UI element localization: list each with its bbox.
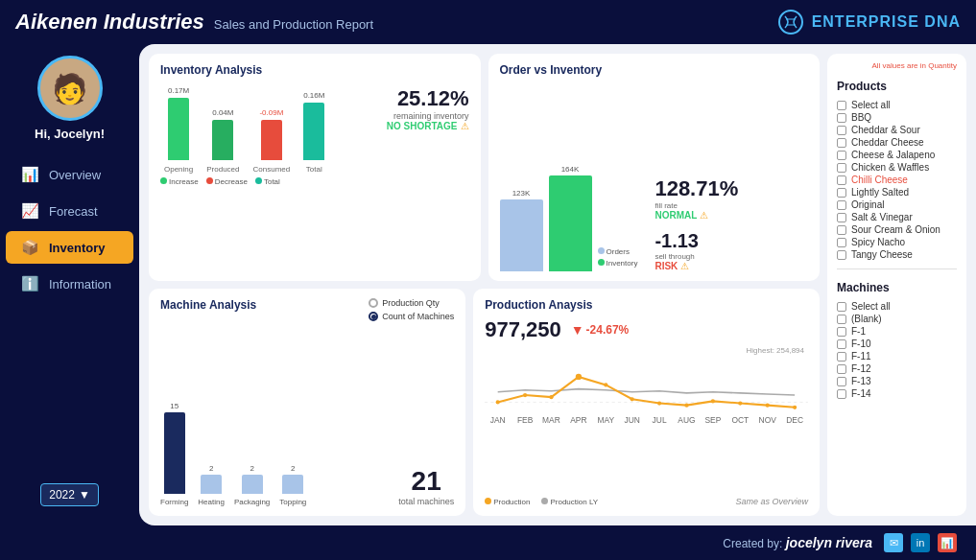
filter-item-cheddar-cheese[interactable]: Cheddar Cheese [837, 136, 957, 149]
filter-item-chilli-cheese[interactable]: Chilli Cheese [837, 174, 957, 186]
dropdown-arrow-icon: ▼ [79, 488, 90, 502]
checkbox-select-all-machines[interactable] [837, 302, 846, 312]
filter-item-lightly-salted[interactable]: Lightly Salted [837, 186, 957, 198]
radio-circle-count-machines [369, 312, 378, 321]
orders-bar [500, 199, 543, 271]
checkbox-cheddar-cheese[interactable] [837, 138, 846, 148]
filter-item-f13[interactable]: F-13 [837, 375, 957, 387]
filter-item-f10[interactable]: F-10 [837, 338, 957, 350]
heating-bar [201, 475, 222, 494]
production-chart-area: Highest: 254,894 [485, 346, 808, 496]
chart-icon[interactable]: 📊 [938, 533, 957, 552]
sell-through-status: RISK [655, 261, 678, 271]
logo-enterprise: ENTERPRISE [812, 13, 919, 30]
checkbox-bbq[interactable] [837, 113, 846, 123]
machine-total-label: total machines [398, 497, 454, 506]
filter-item-f11[interactable]: F-11 [837, 350, 957, 362]
checkbox-f14[interactable] [837, 389, 846, 399]
checkbox-tangy-cheese[interactable] [837, 250, 846, 260]
linkedin-icon[interactable]: in [911, 533, 930, 552]
checkbox-original[interactable] [837, 200, 846, 210]
bar-consumed-bar [261, 120, 282, 160]
filter-item-cheese-jalapeno[interactable]: Cheese & Jalapeno [837, 149, 957, 161]
nav-item-forecast[interactable]: 📈 Forecast [6, 195, 133, 227]
inventory-big-pct: 25.12% [387, 86, 469, 111]
email-icon[interactable]: ✉ [884, 533, 903, 552]
filter-item-spicy-nacho[interactable]: Spicy Nacho [837, 236, 957, 248]
year-value: 2022 [49, 488, 75, 502]
checkbox-sour-cream-onion[interactable] [837, 225, 846, 235]
order-bar-orders: 123K [500, 189, 543, 271]
filter-item-f1[interactable]: F-1 [837, 325, 957, 338]
checkbox-lightly-salted[interactable] [837, 188, 846, 198]
checkbox-f1[interactable] [837, 327, 846, 337]
checkbox-chicken-waffles[interactable] [837, 163, 846, 173]
production-ly-line [498, 389, 795, 395]
filter-item-bbq[interactable]: BBQ [837, 111, 957, 124]
charts-area: Inventory Analysis 0.17M Opening [149, 54, 820, 516]
filter-item-blank[interactable]: (Blank) [837, 313, 957, 325]
sell-through-stat: -1.13 sell through RISK ⚠ [655, 230, 738, 271]
radio-production-qty[interactable]: Production Qty [369, 298, 454, 308]
heating-top-label: 2 [209, 464, 213, 473]
checkbox-blank[interactable] [837, 315, 846, 324]
svg-text:OCT: OCT [732, 415, 750, 425]
filter-item-f14[interactable]: F-14 [837, 387, 957, 400]
bar-produced-bottom-label: Produced [206, 165, 239, 174]
filter-item-select-all-machines[interactable]: Select all [837, 300, 957, 313]
filter-label-cheddar-sour: Cheddar & Sour [851, 125, 920, 135]
footer-social-icons: ✉ in 📊 [884, 533, 957, 552]
greeting-text: Hi, Jocelyn! [35, 127, 105, 141]
filter-divider [837, 268, 957, 269]
nav-item-overview[interactable]: 📊 Overview [6, 158, 133, 191]
filter-item-cheddar-sour[interactable]: Cheddar & Sour [837, 124, 957, 136]
inventory-info-icon: ⚠ [461, 121, 469, 131]
bar-opening-bottom-label: Opening [164, 165, 193, 174]
checkbox-cheddar-sour[interactable] [837, 126, 846, 135]
year-selector[interactable]: 2022 ▼ [40, 483, 99, 506]
filter-item-f12[interactable]: F-12 [837, 362, 957, 375]
filter-label-cheese-jalapeno: Cheese & Jalapeno [851, 150, 935, 160]
orders-bar-label: 123K [512, 189, 531, 198]
production-legend: Production Production LY [485, 498, 598, 506]
order-legend-orders: Orders [598, 247, 638, 256]
radio-label-prod-qty: Production Qty [382, 298, 440, 308]
filter-label-cheddar-cheese: Cheddar Cheese [851, 137, 924, 148]
checkbox-f11[interactable] [837, 352, 846, 362]
radio-count-machines[interactable]: Count of Machines [369, 312, 454, 321]
heating-bottom-label: Heating [198, 498, 225, 506]
legend-total: Total [255, 177, 280, 186]
filter-label-f14: F-14 [851, 388, 871, 399]
forming-bar [164, 412, 185, 494]
topping-top-label: 2 [291, 464, 295, 473]
svg-text:JUN: JUN [625, 415, 640, 425]
filter-item-tangy-cheese[interactable]: Tangy Cheese [837, 248, 957, 261]
bar-total-bar [303, 103, 324, 160]
checkbox-salt-vinegar[interactable] [837, 213, 846, 222]
filter-item-chicken-waffles[interactable]: Chicken & Waffles [837, 161, 957, 174]
inventory-analysis-card: Inventory Analysis 0.17M Opening [149, 54, 481, 281]
machine-radio-group: Production Qty Count of Machines [369, 298, 454, 321]
filter-item-original[interactable]: Original [837, 198, 957, 211]
svg-text:JAN: JAN [490, 415, 506, 425]
nav-item-inventory[interactable]: 📦 Inventory [6, 231, 133, 264]
filter-item-select-all-products[interactable]: Select all [837, 99, 957, 111]
svg-point-8 [604, 383, 607, 386]
checkbox-f13[interactable] [837, 377, 846, 386]
production-change: ▼ -24.67% [571, 322, 630, 338]
legend-production-ly: Production LY [541, 498, 598, 506]
checkbox-cheese-jalapeno[interactable] [837, 151, 846, 160]
checkbox-spicy-nacho[interactable] [837, 238, 846, 247]
filter-label-original: Original [851, 199, 884, 210]
nav-item-information[interactable]: ℹ️ Information [6, 268, 133, 300]
checkbox-chilli-cheese[interactable] [837, 175, 846, 185]
checkbox-f10[interactable] [837, 339, 846, 349]
filter-item-sour-cream-onion[interactable]: Sour Cream & Onion [837, 223, 957, 236]
checkbox-f12[interactable] [837, 364, 846, 374]
filter-label-bbq: BBQ [851, 112, 871, 123]
filter-item-salt-vinegar[interactable]: Salt & Vinegar [837, 211, 957, 223]
enterprise-dna-logo: ENTERPRISE DNA [777, 9, 961, 35]
svg-text:MAY: MAY [598, 415, 615, 425]
checkbox-select-all-products[interactable] [837, 101, 846, 110]
footer-author-name: jocelyn rivera [786, 535, 872, 550]
